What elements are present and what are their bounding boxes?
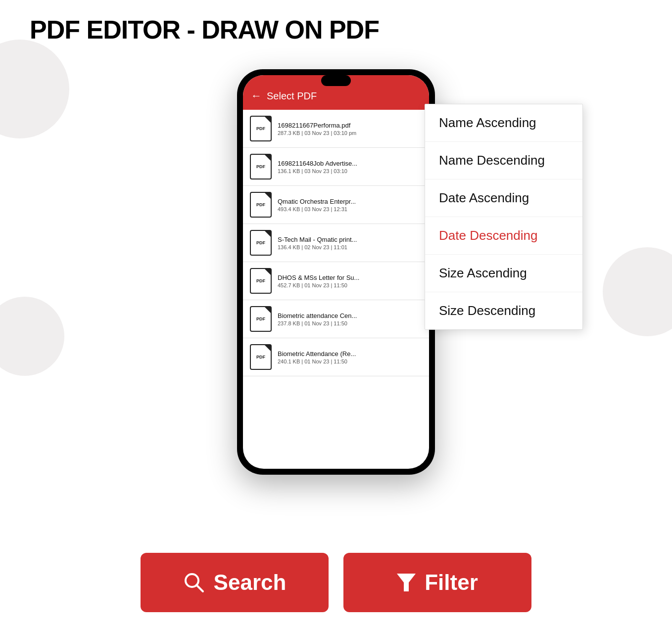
file-info: Qmatic Orchestra Enterpr... 493.4 KB | 0…	[278, 198, 356, 212]
file-info: DHOS & MSs Letter for Su... 452.7 KB | 0…	[278, 274, 359, 288]
file-meta: 493.4 KB | 03 Nov 23 | 12:31	[278, 206, 356, 212]
main-content: ← Select PDF PDF 1698211667Performa.pdf …	[0, 59, 672, 533]
sort-dropdown: Name AscendingName DescendingDate Ascend…	[425, 104, 583, 330]
sort-menu-item[interactable]: Size Ascending	[425, 255, 582, 292]
file-name: Biometric attendance Cen...	[278, 312, 357, 319]
filter-button-label: Filter	[425, 570, 478, 595]
file-name: S-Tech Mail - Qmatic print...	[278, 236, 357, 243]
file-list-item[interactable]: PDF Biometric attendance Cen... 237.8 KB…	[243, 300, 429, 338]
file-icon-label: PDF	[256, 126, 265, 131]
file-info: 1698211667Performa.pdf 287.3 KB | 03 Nov…	[278, 122, 356, 136]
file-list-item[interactable]: PDF S-Tech Mail - Qmatic print... 136.4 …	[243, 224, 429, 262]
phone-header-title: Select PDF	[267, 90, 317, 102]
search-icon	[183, 572, 205, 593]
file-meta: 287.3 KB | 03 Nov 23 | 03:10 pm	[278, 130, 356, 136]
phone-notch	[321, 75, 351, 86]
file-name: Biometric Attendance (Re...	[278, 350, 356, 358]
sort-menu-item[interactable]: Name Ascending	[425, 104, 582, 142]
file-name: 1698211648Job Advertise...	[278, 160, 357, 167]
file-list-item[interactable]: PDF DHOS & MSs Letter for Su... 452.7 KB…	[243, 262, 429, 300]
file-meta: 136.4 KB | 02 Nov 23 | 11:01	[278, 244, 357, 250]
file-name: 1698211667Performa.pdf	[278, 122, 356, 129]
filter-icon	[397, 572, 416, 593]
file-list-item[interactable]: PDF 1698211667Performa.pdf 287.3 KB | 03…	[243, 110, 429, 148]
file-name: DHOS & MSs Letter for Su...	[278, 274, 359, 281]
page-title: PDF EDITOR - DRAW ON PDF	[0, 0, 672, 45]
search-button[interactable]: Search	[141, 553, 329, 612]
svg-line-1	[196, 585, 203, 591]
svg-marker-2	[397, 574, 416, 591]
file-icon: PDF	[250, 268, 272, 294]
file-icon: PDF	[250, 306, 272, 332]
file-info: 1698211648Job Advertise... 136.1 KB | 03…	[278, 160, 357, 174]
file-info: S-Tech Mail - Qmatic print... 136.4 KB |…	[278, 236, 357, 250]
sort-menu-item[interactable]: Name Descending	[425, 142, 582, 179]
file-icon-label: PDF	[256, 240, 265, 245]
file-info: Biometric attendance Cen... 237.8 KB | 0…	[278, 312, 357, 326]
bottom-buttons: Search Filter	[141, 553, 531, 612]
file-icon: PDF	[250, 230, 272, 256]
search-button-label: Search	[214, 570, 287, 595]
file-list: PDF 1698211667Performa.pdf 287.3 KB | 03…	[243, 110, 429, 439]
file-info: Biometric Attendance (Re... 240.1 KB | 0…	[278, 350, 356, 364]
phone-screen: ← Select PDF PDF 1698211667Performa.pdf …	[243, 75, 429, 469]
file-meta: 240.1 KB | 01 Nov 23 | 11:50	[278, 358, 356, 364]
back-icon[interactable]: ←	[251, 90, 262, 102]
file-name: Qmatic Orchestra Enterpr...	[278, 198, 356, 205]
file-icon: PDF	[250, 154, 272, 179]
sort-menu-item[interactable]: Size Descending	[425, 292, 582, 329]
file-meta: 452.7 KB | 01 Nov 23 | 11:50	[278, 282, 359, 288]
file-meta: 237.8 KB | 01 Nov 23 | 11:50	[278, 320, 357, 326]
sort-menu-item[interactable]: Date Descending	[425, 217, 582, 255]
filter-button[interactable]: Filter	[343, 553, 531, 612]
sort-menu-item[interactable]: Date Ascending	[425, 179, 582, 217]
phone-frame: ← Select PDF PDF 1698211667Performa.pdf …	[237, 69, 435, 475]
file-icon-label: PDF	[256, 164, 265, 169]
file-meta: 136.1 KB | 03 Nov 23 | 03:10	[278, 168, 357, 174]
file-icon-label: PDF	[256, 316, 265, 321]
file-list-item[interactable]: PDF Biometric Attendance (Re... 240.1 KB…	[243, 338, 429, 376]
file-icon-label: PDF	[256, 355, 265, 359]
file-icon-label: PDF	[256, 202, 265, 207]
file-icon: PDF	[250, 116, 272, 141]
file-icon: PDF	[250, 192, 272, 218]
file-icon: PDF	[250, 344, 272, 370]
file-list-item[interactable]: PDF 1698211648Job Advertise... 136.1 KB …	[243, 148, 429, 186]
file-icon-label: PDF	[256, 278, 265, 283]
file-list-item[interactable]: PDF Qmatic Orchestra Enterpr... 493.4 KB…	[243, 186, 429, 224]
